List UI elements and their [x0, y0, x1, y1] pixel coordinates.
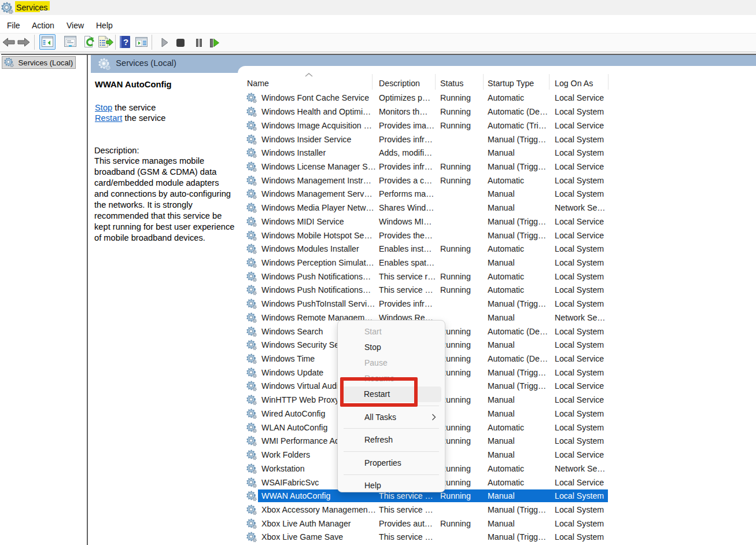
- svg-text:?: ?: [123, 37, 128, 47]
